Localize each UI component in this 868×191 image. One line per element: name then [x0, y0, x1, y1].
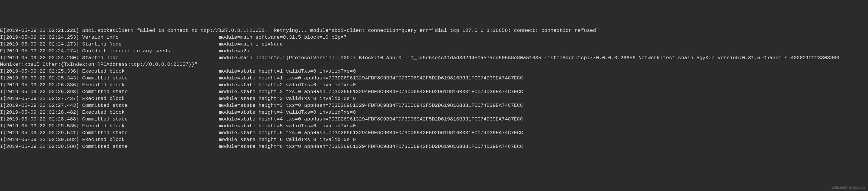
log-line: I[2019-05-09|22:02:26.386] Executed bloc… — [0, 82, 868, 89]
log-line: I[2019-05-09|22:02:24.253] Version info … — [0, 34, 868, 41]
log-line: I[2019-05-09|22:02:27.437] Executed bloc… — [0, 96, 868, 102]
log-line: I[2019-05-09|22:02:24.273] Starting Node… — [0, 41, 868, 48]
log-line: I[2019-05-09|22:02:29.541] Committed sta… — [0, 130, 868, 137]
log-line: I[2019-05-09|22:02:30.588] Committed sta… — [0, 143, 868, 150]
watermark-text: csdn.net/shebao3333 — [831, 185, 866, 190]
log-line: E[2019-05-09|22:02:21.221] abci.socketCl… — [0, 27, 868, 34]
log-line: I[2019-05-09|22:02:24.280] Started node … — [0, 55, 868, 68]
terminal-output[interactable]: E[2019-05-09|22:02:21.221] abci.socketCl… — [0, 27, 868, 150]
log-line: I[2019-05-09|22:02:29.535] Executed bloc… — [0, 123, 868, 130]
log-line: I[2019-05-09|22:02:25.343] Committed sta… — [0, 75, 868, 82]
log-line: I[2019-05-09|22:02:25.336] Executed bloc… — [0, 68, 868, 75]
log-line: I[2019-05-09|22:02:28.482] Executed bloc… — [0, 109, 868, 116]
log-line: E[2019-05-09|22:02:24.274] Couldn't conn… — [0, 48, 868, 55]
log-line: I[2019-05-09|22:02:27.443] Committed sta… — [0, 102, 868, 109]
log-line: I[2019-05-09|22:02:26.393] Committed sta… — [0, 89, 868, 96]
log-line: I[2019-05-09|22:02:30.582] Executed bloc… — [0, 137, 868, 143]
log-line: I[2019-05-09|22:02:28.488] Committed sta… — [0, 116, 868, 123]
